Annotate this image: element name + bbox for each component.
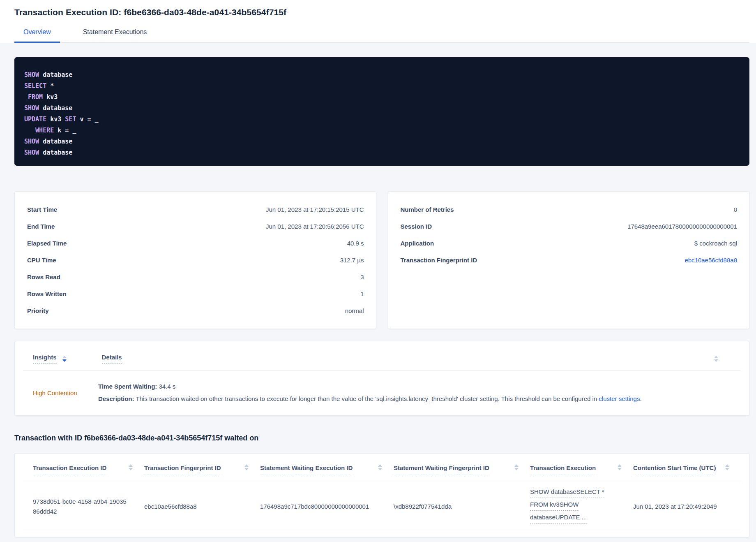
summary-card-left: Start Time Jun 01, 2023 at 17:20:15:2015…: [14, 191, 376, 329]
row-end-time: End Time Jun 01, 2023 at 17:20:56:2056 U…: [27, 218, 364, 235]
end-time-value: Jun 01, 2023 at 17:20:56:2056 UTC: [266, 223, 364, 230]
number-of-retries-value: 0: [734, 206, 737, 213]
cpu-time-value: 312.7 µs: [340, 257, 364, 264]
tabs-bar: Overview Statement Executions: [14, 28, 749, 43]
transaction-execution-snippet-line[interactable]: FROM kv3SHOW: [530, 500, 579, 511]
row-application: Application $ cockroach sql: [401, 235, 738, 252]
sql-statements-box: SHOW database SELECT * FROM kv3 SHOW dat…: [14, 57, 749, 166]
cell-transaction-execution[interactable]: SHOW databaseSELECT * FROM kv3SHOW datab…: [530, 487, 633, 526]
sort-down-icon: [129, 468, 133, 470]
waited-on-table-header: Transaction Execution ID Transaction Fin…: [23, 454, 741, 483]
session-id-value: 17648a9eea6017800000000000000001: [627, 223, 737, 230]
rows-written-label: Rows Written: [27, 290, 67, 297]
elapsed-time-value: 40.9 s: [347, 240, 364, 247]
sort-up-icon: [714, 356, 718, 358]
sort-control[interactable]: [244, 464, 249, 470]
row-cpu-time: CPU Time 312.7 µs: [27, 252, 364, 269]
statement-waiting-fingerprint-id-header-label[interactable]: Statement Waiting Fingerprint ID: [394, 464, 489, 474]
sql-statements-code: SHOW database SELECT * FROM kv3 SHOW dat…: [24, 69, 740, 158]
row-session-id: Session ID 17648a9eea6017800000000000000…: [401, 218, 738, 235]
header-statement-waiting-fingerprint-id: Statement Waiting Fingerprint ID: [394, 464, 530, 474]
sort-up-icon: [725, 464, 729, 467]
number-of-retries-label: Number of Retries: [401, 206, 454, 213]
row-rows-written: Rows Written 1: [27, 285, 364, 302]
main-content: SHOW database SELECT * FROM kv3 SHOW dat…: [0, 43, 756, 537]
row-elapsed-time: Elapsed Time 40.9 s: [27, 235, 364, 252]
application-label: Application: [401, 240, 434, 247]
insight-row-high-contention: High Contention Time Spent Waiting: 34.4…: [23, 371, 741, 405]
priority-value: normal: [345, 307, 364, 314]
end-time-label: End Time: [27, 223, 55, 230]
header-transaction-execution-id: Transaction Execution ID: [33, 464, 144, 474]
rows-read-value: 3: [360, 273, 364, 280]
transaction-fingerprint-id-header-label[interactable]: Transaction Fingerprint ID: [144, 464, 221, 474]
row-number-of-retries: Number of Retries 0: [401, 201, 738, 218]
sort-down-icon: [514, 468, 519, 470]
transaction-execution-snippet-line[interactable]: SHOW databaseSELECT *: [530, 487, 604, 498]
waited-on-table-card: Transaction Execution ID Transaction Fin…: [14, 453, 749, 537]
sort-down-icon: [244, 468, 249, 470]
sort-up-icon: [378, 464, 382, 467]
insights-table-card: Insights Details High Contention Time Sp…: [14, 341, 749, 416]
sort-up-icon: [618, 464, 622, 467]
header-contention-start-time: Contention Start Time (UTC): [633, 464, 741, 474]
rows-written-value: 1: [360, 290, 364, 297]
elapsed-time-label: Elapsed Time: [27, 240, 67, 247]
row-rows-read: Rows Read 3: [27, 269, 364, 285]
details-column-header[interactable]: Details: [102, 354, 122, 364]
tab-overview[interactable]: Overview: [14, 28, 60, 43]
sort-down-icon: [62, 359, 67, 362]
application-value: $ cockroach sql: [694, 240, 737, 247]
insight-type-badge: High Contention: [33, 380, 98, 405]
start-time-label: Start Time: [27, 206, 57, 213]
summary-cards-row: Start Time Jun 01, 2023 at 17:20:15:2015…: [14, 191, 749, 329]
cpu-time-label: CPU Time: [27, 257, 56, 264]
cell-contention-start-time: Jun 01, 2023 at 17:20:49:2049: [633, 502, 741, 512]
insights-sort-control[interactable]: [62, 356, 67, 362]
time-spent-waiting-value: 34.4 s: [157, 383, 175, 390]
insight-details-cell: Time Spent Waiting: 34.4 s Description: …: [98, 380, 642, 405]
header-transaction-fingerprint-id: Transaction Fingerprint ID: [144, 464, 260, 474]
header-statement-waiting-execution-id: Statement Waiting Execution ID: [260, 464, 394, 474]
insights-column-header[interactable]: Insights: [33, 354, 57, 364]
transaction-fingerprint-id-link[interactable]: ebc10ae56cfd88a8: [685, 257, 737, 264]
transaction-execution-header-label[interactable]: Transaction Execution: [530, 464, 596, 474]
sort-down-icon: [618, 468, 622, 470]
row-priority: Priority normal: [27, 302, 364, 319]
sort-control[interactable]: [725, 464, 729, 470]
start-time-value: Jun 01, 2023 at 17:20:15:2015 UTC: [266, 206, 364, 213]
contention-start-time-header-label[interactable]: Contention Start Time (UTC): [633, 464, 716, 474]
row-transaction-fingerprint-id: Transaction Fingerprint ID ebc10ae56cfd8…: [401, 252, 738, 269]
waited-on-table-row: 9738d051-bc0e-4158-a9b4-1903586ddd42 ebc…: [23, 483, 741, 530]
cluster-settings-link[interactable]: cluster settings: [599, 395, 640, 402]
rows-read-label: Rows Read: [27, 273, 60, 280]
transaction-execution-id-header-label[interactable]: Transaction Execution ID: [33, 464, 106, 474]
cell-transaction-execution-id: 9738d051-bc0e-4158-a9b4-1903586ddd42: [33, 497, 144, 517]
sort-up-icon: [62, 356, 67, 358]
sort-down-icon: [714, 359, 718, 362]
transaction-execution-snippet-line[interactable]: databaseUPDATE ...: [530, 513, 587, 523]
description-label: Description:: [98, 395, 134, 402]
time-spent-waiting-label: Time Spent Waiting:: [98, 383, 157, 390]
insights-right-sort-control[interactable]: [714, 356, 718, 362]
sort-control[interactable]: [618, 464, 622, 470]
session-id-label: Session ID: [401, 223, 432, 230]
page-header: Transaction Execution ID: f6be6366-da03-…: [0, 0, 756, 43]
cell-statement-waiting-execution-id: 176498a9c717bdc80000000000000001: [260, 502, 394, 512]
sort-control[interactable]: [514, 464, 519, 470]
page-title: Transaction Execution ID: f6be6366-da03-…: [14, 7, 749, 17]
priority-label: Priority: [27, 307, 49, 314]
row-start-time: Start Time Jun 01, 2023 at 17:20:15:2015…: [27, 201, 364, 218]
sort-up-icon: [129, 464, 133, 467]
summary-card-right: Number of Retries 0 Session ID 17648a9ee…: [388, 191, 750, 329]
sort-up-icon: [514, 464, 519, 467]
sort-control[interactable]: [378, 464, 382, 470]
sort-control[interactable]: [129, 464, 133, 470]
insights-table-header: Insights Details: [23, 341, 741, 371]
statement-waiting-execution-id-header-label[interactable]: Statement Waiting Execution ID: [260, 464, 353, 474]
transaction-fingerprint-id-label: Transaction Fingerprint ID: [401, 257, 477, 264]
tab-statement-executions[interactable]: Statement Executions: [74, 28, 156, 43]
description-text: This transaction waited on other transac…: [134, 395, 599, 402]
sort-down-icon: [378, 468, 382, 470]
header-transaction-execution: Transaction Execution: [530, 464, 633, 474]
